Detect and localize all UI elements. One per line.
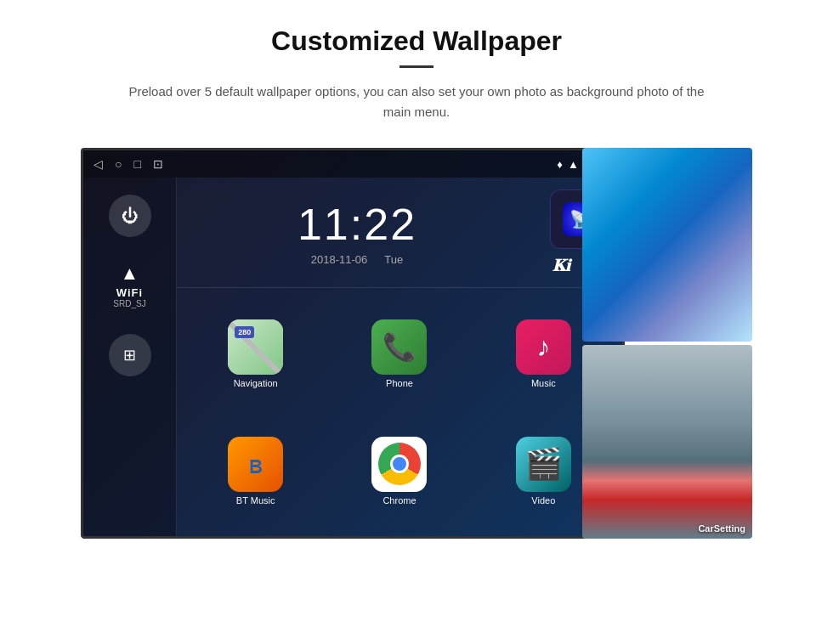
wifi-label: WiFi [113, 286, 145, 299]
screenshot-nav-icon[interactable]: ⊡ [153, 157, 163, 171]
app-item-phone[interactable]: 📞 Phone [331, 298, 468, 409]
power-button[interactable]: ⏻ [109, 195, 151, 237]
clock-day: Tue [384, 253, 403, 266]
app-icon-music: ♪ [516, 319, 571, 375]
app-label-music: Music [531, 378, 556, 388]
bluetooth-icon: ʙ [248, 449, 263, 479]
chrome-inner [390, 455, 409, 473]
app-icon-navigation: 280 [228, 319, 283, 375]
video-icon: 🎬 [524, 446, 563, 482]
back-nav-icon[interactable]: ◁ [94, 157, 103, 171]
map-badge: 280 [235, 326, 254, 338]
power-icon: ⏻ [122, 206, 139, 226]
clock-info: 2018-11-06 Tue [311, 253, 403, 266]
clock-section: 11:22 2018-11-06 Tue [177, 178, 537, 287]
grid-icon: ⊞ [123, 346, 136, 364]
recents-nav-icon[interactable]: □ [133, 157, 140, 171]
wifi-network: SRD_SJ [113, 299, 145, 308]
app-icon-chrome [371, 437, 427, 492]
sidebar: ⏻ ▲ WiFi SRD_SJ ⊞ [83, 178, 177, 536]
wallpaper-previews: CarSetting [582, 148, 752, 539]
home-nav-icon[interactable]: ○ [115, 157, 122, 171]
app-icon-btmusic: ʙ [228, 437, 283, 492]
clock-date: 2018-11-06 [311, 253, 368, 266]
ki-label: 𝐊𝐢 [552, 256, 570, 275]
app-icon-phone: 📞 [371, 319, 427, 375]
page-subtitle: Preload over 5 default wallpaper options… [128, 82, 706, 122]
app-label-navigation: Navigation [234, 378, 278, 388]
device-container: ◁ ○ □ ⊡ ♦ ▲ 11:22 ⏻ ▲ WiFi SRD_SJ [81, 148, 752, 539]
wifi-info: ▲ WiFi SRD_SJ [113, 263, 145, 308]
app-icon-video: 🎬 [516, 437, 571, 492]
phone-icon: 📞 [382, 330, 416, 363]
app-label-phone: Phone [386, 378, 413, 388]
apps-grid-button[interactable]: ⊞ [109, 334, 151, 376]
wifi-signal-icon: ▲ [568, 158, 579, 171]
page-title: Customized Wallpaper [271, 25, 562, 57]
main-area: ⏻ ▲ WiFi SRD_SJ ⊞ 11:22 [83, 178, 622, 536]
chrome-circle [378, 443, 421, 485]
app-grid: 280 Navigation 📞 Phone [177, 288, 622, 536]
android-screen: ◁ ○ □ ⊡ ♦ ▲ 11:22 ⏻ ▲ WiFi SRD_SJ [81, 148, 625, 539]
app-item-navigation[interactable]: 280 Navigation [187, 298, 324, 409]
wallpaper-label-carsetting: CarSetting [698, 523, 745, 534]
clock-date-row: 11:22 2018-11-06 Tue 📡 � [177, 178, 622, 288]
app-label-chrome: Chrome [382, 495, 416, 506]
clock-time: 11:22 [298, 199, 416, 250]
music-icon: ♪ [536, 331, 550, 363]
status-bar-left: ◁ ○ □ ⊡ [94, 157, 163, 171]
wallpaper-preview-bridge[interactable]: CarSetting [582, 345, 752, 539]
status-bar: ◁ ○ □ ⊡ ♦ ▲ 11:22 [83, 150, 622, 178]
app-item-chrome[interactable]: Chrome [331, 415, 468, 526]
wallpaper-preview-ice[interactable] [582, 148, 752, 342]
app-item-btmusic[interactable]: ʙ BT Music [187, 415, 324, 526]
wifi-bars-icon: ▲ [113, 263, 145, 285]
location-icon: ♦ [557, 158, 563, 171]
app-label-video: Video [531, 495, 555, 506]
map-mini: 280 [228, 319, 283, 375]
title-divider [400, 65, 434, 68]
center-content: 11:22 2018-11-06 Tue 📡 � [177, 178, 622, 536]
app-label-btmusic: BT Music [236, 495, 275, 506]
